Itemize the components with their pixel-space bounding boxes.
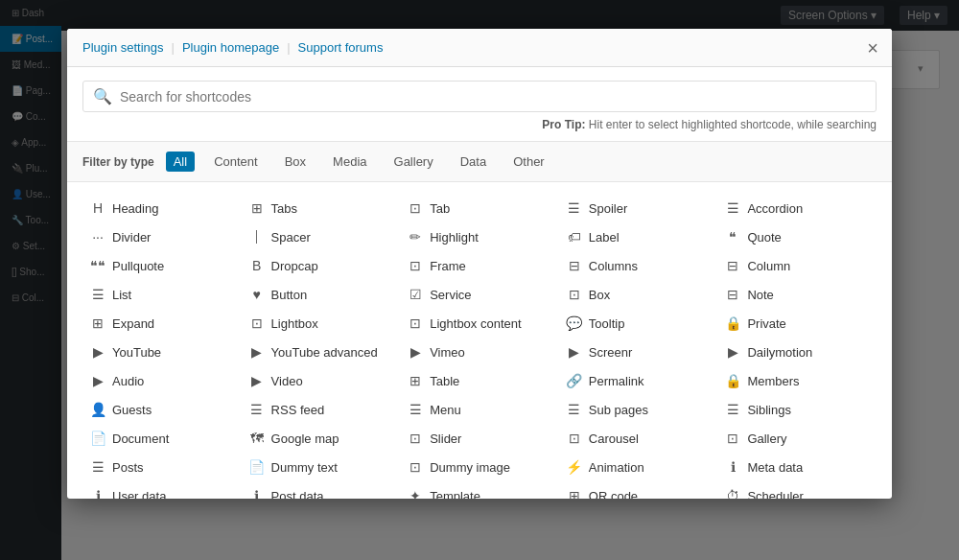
support-forums-link[interactable]: Support forums — [298, 40, 384, 55]
shortcode-item[interactable]: ··· Divider — [82, 222, 242, 251]
shortcode-item[interactable]: ☰ Menu — [400, 395, 559, 424]
shortcode-label: Gallery — [747, 432, 786, 446]
shortcode-item[interactable]: ⊡ Lightbox — [242, 309, 401, 338]
shortcode-item[interactable]: ✦ Template — [400, 481, 559, 499]
shortcode-label: Menu — [430, 403, 461, 417]
shortcode-label: Private — [747, 316, 785, 331]
shortcode-item[interactable]: 💬 Tooltip — [559, 309, 718, 338]
shortcode-item[interactable]: H Heading — [82, 194, 242, 222]
filter-all[interactable]: All — [166, 152, 195, 172]
shortcode-item[interactable]: ⊡ Gallery — [717, 424, 877, 453]
shortcode-item[interactable]: 🏷 Label — [559, 222, 718, 251]
shortcodes-grid: H Heading ⊞ Tabs ⊡ Tab ☰ Spoiler ☰ Accor… — [67, 182, 892, 499]
shortcode-item[interactable]: ℹ Post data — [242, 481, 401, 499]
shortcode-item[interactable]: ⊡ Slider — [400, 424, 559, 453]
shortcode-item[interactable]: ℹ Meta data — [717, 453, 877, 481]
shortcode-item[interactable]: 🔒 Members — [717, 366, 877, 395]
filter-other[interactable]: Other — [505, 152, 552, 172]
shortcode-item[interactable]: ⊟ Note — [717, 280, 877, 309]
shortcode-item[interactable]: ☰ Accordion — [717, 194, 877, 222]
shortcode-item[interactable]: ▶ Screenr — [559, 338, 718, 366]
shortcode-item[interactable]: ☰ RSS feed — [242, 395, 401, 424]
shortcode-item[interactable]: ❝ Quote — [717, 222, 877, 251]
shortcode-item[interactable]: ▶ YouTube — [82, 338, 242, 366]
shortcode-item[interactable]: ▶ YouTube advanced — [242, 338, 401, 366]
shortcode-label: YouTube — [112, 345, 161, 360]
shortcode-item[interactable]: ♥ Button — [242, 280, 401, 309]
shortcode-item[interactable]: ✏ Highlight — [400, 222, 559, 251]
shortcode-icon: ☰ — [249, 402, 265, 417]
shortcode-icon: ⊡ — [567, 287, 582, 302]
shortcode-icon: ··· — [90, 229, 105, 245]
shortcode-label: Google map — [271, 432, 339, 446]
shortcode-item[interactable]: 🗺 Google map — [242, 424, 401, 453]
shortcode-item[interactable]: ☰ Siblings — [717, 395, 877, 424]
shortcode-item[interactable]: 🔗 Permalink — [559, 366, 718, 395]
shortcode-label: Spoiler — [589, 201, 627, 216]
shortcode-item[interactable]: ⊡ Box — [559, 280, 718, 309]
shortcode-label: YouTube advanced — [271, 345, 378, 360]
shortcode-item[interactable]: ▶ Dailymotion — [717, 338, 877, 366]
shortcode-icon: ⊡ — [408, 200, 423, 216]
shortcode-item[interactable]: ⊡ Dummy image — [400, 453, 559, 481]
filter-label: Filter by type — [82, 155, 154, 169]
shortcode-item[interactable]: ⚡ Animation — [559, 453, 718, 481]
shortcode-icon: ⏐ — [249, 229, 265, 245]
shortcode-item[interactable]: ℹ User data — [82, 481, 242, 499]
shortcode-item[interactable]: B Dropcap — [242, 251, 401, 280]
filter-bar: Filter by type All Content Box Media Gal… — [67, 141, 892, 182]
shortcode-item[interactable]: ⊟ Column — [717, 251, 877, 280]
shortcode-item[interactable]: ⊞ Tabs — [242, 194, 401, 222]
shortcode-icon: ❝ — [725, 229, 740, 245]
filter-box[interactable]: Box — [277, 152, 314, 172]
shortcode-label: Highlight — [430, 230, 479, 245]
shortcode-item[interactable]: ⊡ Carousel — [559, 424, 718, 453]
shortcode-item[interactable]: 📄 Document — [82, 424, 242, 453]
shortcode-icon: ⊡ — [249, 315, 265, 331]
shortcode-item[interactable]: 👤 Guests — [82, 395, 242, 424]
shortcode-item[interactable]: 🔒 Private — [717, 309, 877, 338]
search-icon: 🔍 — [93, 87, 112, 105]
modal-close-button[interactable]: × — [867, 38, 878, 58]
shortcode-label: Sub pages — [589, 403, 648, 417]
shortcode-icon: H — [90, 200, 105, 216]
modal-overlay: Plugin settings | Plugin homepage | Supp… — [0, 0, 959, 560]
filter-data[interactable]: Data — [453, 152, 494, 172]
shortcode-item[interactable]: ▶ Vimeo — [400, 338, 559, 366]
shortcode-icon: ▶ — [90, 373, 105, 388]
shortcode-icon: ☰ — [725, 402, 740, 417]
shortcode-label: Label — [589, 230, 620, 245]
filter-content[interactable]: Content — [206, 152, 266, 172]
shortcode-item[interactable]: ☰ Spoiler — [559, 194, 718, 222]
shortcode-item[interactable]: ⊞ Table — [400, 366, 559, 395]
shortcode-item[interactable]: ▶ Audio — [82, 366, 242, 395]
shortcode-icon: 📄 — [90, 431, 105, 446]
search-input[interactable] — [120, 89, 866, 105]
shortcode-item[interactable]: ⊞ QR code — [559, 481, 718, 499]
filter-gallery[interactable]: Gallery — [386, 152, 441, 172]
shortcode-item[interactable]: ☑ Service — [400, 280, 559, 309]
header-sep-1: | — [172, 40, 175, 55]
shortcode-item[interactable]: ☰ Posts — [82, 453, 242, 481]
shortcode-icon: ▶ — [408, 344, 423, 360]
shortcode-item[interactable]: ⏱ Scheduler — [717, 481, 877, 499]
shortcode-item[interactable]: ⊞ Expand — [82, 309, 242, 338]
shortcode-item[interactable]: ⊡ Lightbox content — [400, 309, 559, 338]
shortcode-label: Service — [430, 288, 471, 302]
shortcode-icon: ☰ — [567, 402, 582, 417]
plugin-settings-link[interactable]: Plugin settings — [82, 40, 164, 55]
shortcode-item[interactable]: ⊟ Columns — [559, 251, 718, 280]
shortcode-icon: ☰ — [90, 287, 105, 302]
shortcode-item[interactable]: ⏐ Spacer — [242, 222, 401, 251]
shortcode-label: Post data — [271, 489, 324, 500]
plugin-homepage-link[interactable]: Plugin homepage — [182, 40, 279, 55]
filter-media[interactable]: Media — [325, 152, 374, 172]
shortcode-icon: ▶ — [249, 344, 265, 360]
shortcode-item[interactable]: ⊡ Tab — [400, 194, 559, 222]
shortcode-item[interactable]: ▶ Video — [242, 366, 401, 395]
shortcode-item[interactable]: ⊡ Frame — [400, 251, 559, 280]
shortcode-item[interactable]: 📄 Dummy text — [242, 453, 401, 481]
shortcode-item[interactable]: ☰ Sub pages — [559, 395, 718, 424]
shortcode-item[interactable]: ❝❝ Pullquote — [82, 251, 242, 280]
shortcode-item[interactable]: ☰ List — [82, 280, 242, 309]
